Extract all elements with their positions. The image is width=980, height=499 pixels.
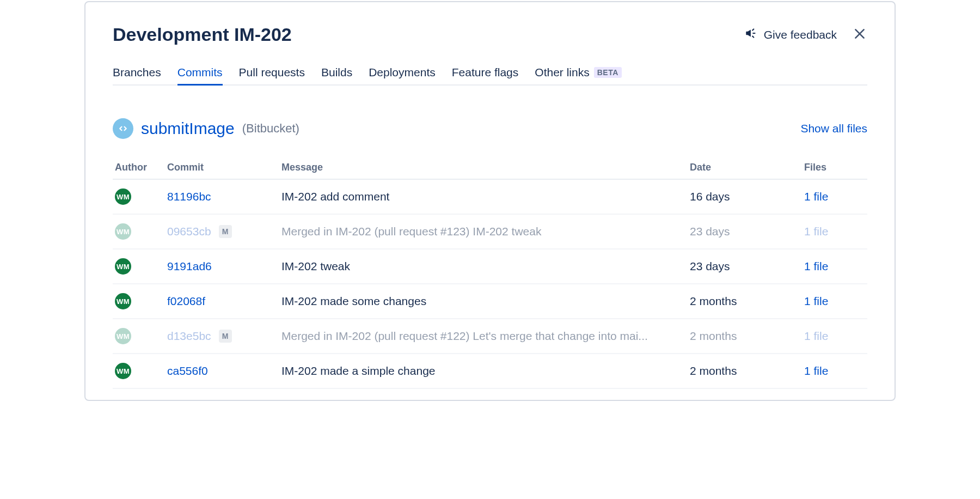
tab-label: Feature flags: [452, 66, 519, 79]
tab-bar: BranchesCommitsPull requestsBuildsDeploy…: [113, 63, 867, 86]
commit-date: 2 months: [688, 354, 802, 388]
tab-label: Deployments: [369, 66, 436, 79]
commit-date: 16 days: [688, 179, 802, 214]
give-feedback-label: Give feedback: [764, 28, 837, 41]
commit-hash-link[interactable]: 9191ad6: [167, 260, 212, 273]
commit-hash-link[interactable]: 81196bc: [167, 190, 211, 203]
table-row: WM81196bcIM-202 add comment16 days1 file: [113, 179, 867, 214]
tab-label: Branches: [113, 66, 161, 79]
table-row: WMd13e5bcMMerged in IM-202 (pull request…: [113, 319, 867, 354]
commit-hash-link[interactable]: d13e5bc: [167, 330, 211, 343]
avatar: WM: [115, 363, 131, 379]
table-row: WMca556f0IM-202 made a simple change2 mo…: [113, 354, 867, 388]
files-link[interactable]: 1 file: [804, 364, 828, 377]
code-icon: [113, 118, 133, 139]
merge-badge: M: [219, 225, 232, 238]
avatar: WM: [115, 188, 131, 205]
tab-label: Other links: [535, 66, 589, 79]
table-row: WMf02068fIM-202 made some changes2 month…: [113, 284, 867, 319]
col-header-message: Message: [279, 157, 688, 179]
give-feedback-button[interactable]: Give feedback: [744, 26, 837, 43]
commit-hash-link[interactable]: f02068f: [167, 295, 205, 308]
tab-deployments[interactable]: Deployments: [369, 63, 436, 84]
avatar: WM: [115, 293, 131, 309]
close-button[interactable]: [852, 27, 867, 42]
tab-pull-requests[interactable]: Pull requests: [239, 63, 305, 84]
commit-date: 23 days: [688, 214, 802, 249]
tab-label: Pull requests: [239, 66, 305, 79]
commit-date: 2 months: [688, 284, 802, 319]
commit-message: IM-202 add comment: [281, 190, 684, 203]
repo-header: submitImage (Bitbucket) Show all files: [113, 118, 867, 139]
commit-message: Merged in IM-202 (pull request #123) IM-…: [281, 225, 684, 238]
table-row: WM9191ad6IM-202 tweak23 days1 file: [113, 249, 867, 284]
modal-title: Development IM-202: [113, 24, 292, 45]
beta-badge: BETA: [594, 67, 622, 78]
commit-date: 23 days: [688, 249, 802, 284]
close-icon: [853, 27, 867, 43]
tab-branches[interactable]: Branches: [113, 63, 161, 84]
development-modal: Development IM-202 Give feedback: [84, 1, 896, 401]
commit-date: 2 months: [688, 319, 802, 354]
commit-message: IM-202 tweak: [281, 260, 684, 273]
commit-message: IM-202 made a simple change: [281, 364, 684, 378]
modal-header: Development IM-202 Give feedback: [113, 24, 867, 45]
repo-left: submitImage (Bitbucket): [113, 118, 299, 139]
files-link[interactable]: 1 file: [804, 330, 828, 342]
avatar: WM: [115, 258, 131, 275]
col-header-files: Files: [802, 157, 867, 179]
avatar: WM: [115, 328, 131, 344]
tab-label: Builds: [321, 66, 352, 79]
tab-feature-flags[interactable]: Feature flags: [452, 63, 519, 84]
tab-other-links[interactable]: Other linksBETA: [535, 63, 621, 84]
header-actions: Give feedback: [744, 26, 867, 43]
commit-message: Merged in IM-202 (pull request #122) Let…: [281, 330, 684, 343]
show-all-files-link[interactable]: Show all files: [800, 122, 867, 135]
files-link[interactable]: 1 file: [804, 190, 828, 203]
tab-commits[interactable]: Commits: [177, 63, 223, 84]
files-link[interactable]: 1 file: [804, 295, 828, 307]
avatar: WM: [115, 223, 131, 240]
repo-name-link[interactable]: submitImage: [141, 119, 235, 138]
commit-hash-link[interactable]: 09653cb: [167, 225, 211, 238]
tab-label: Commits: [177, 66, 223, 79]
col-header-commit: Commit: [165, 157, 279, 179]
commit-hash-link[interactable]: ca556f0: [167, 364, 208, 378]
tab-builds[interactable]: Builds: [321, 63, 352, 84]
col-header-date: Date: [688, 157, 802, 179]
merge-badge: M: [219, 330, 232, 343]
table-header-row: Author Commit Message Date Files: [113, 157, 867, 179]
commits-table: Author Commit Message Date Files WM81196…: [113, 157, 867, 389]
col-header-author: Author: [113, 157, 165, 179]
commit-message: IM-202 made some changes: [281, 295, 684, 308]
files-link[interactable]: 1 file: [804, 260, 828, 272]
megaphone-icon: [744, 26, 758, 43]
repo-source-label: (Bitbucket): [242, 121, 299, 136]
files-link[interactable]: 1 file: [804, 225, 828, 238]
table-row: WM09653cbMMerged in IM-202 (pull request…: [113, 214, 867, 249]
